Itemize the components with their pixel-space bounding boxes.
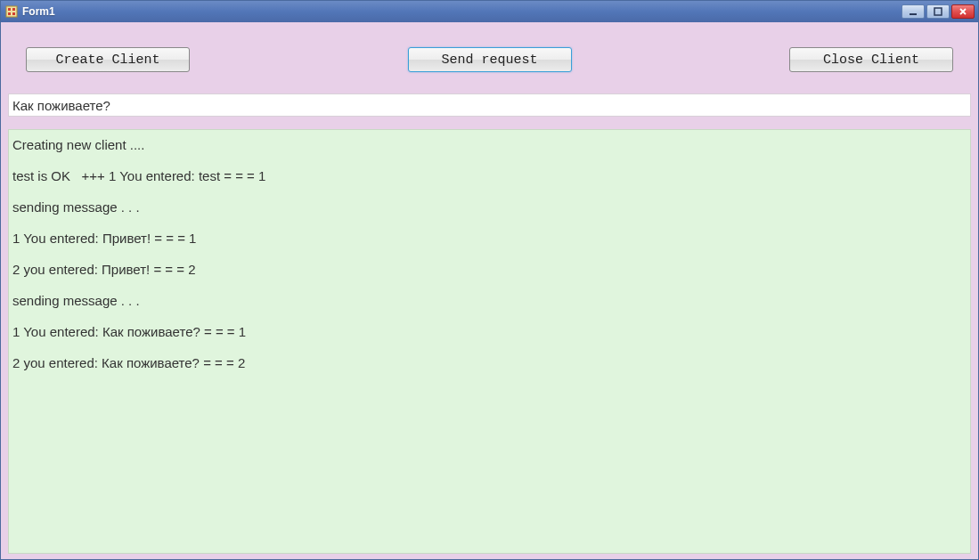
log-output[interactable]: Creating new client .... test is OK +++ …	[8, 129, 971, 554]
svg-rect-6	[934, 8, 942, 15]
close-client-button[interactable]: Close Client	[789, 47, 953, 72]
svg-rect-0	[6, 6, 17, 17]
svg-rect-4	[12, 12, 15, 15]
message-input[interactable]	[8, 93, 971, 117]
maximize-icon	[934, 7, 942, 16]
input-area	[8, 93, 971, 117]
svg-rect-1	[8, 8, 11, 11]
log-line: 1 You entered: Привет! = = = 1	[12, 229, 967, 248]
maximize-button[interactable]	[926, 4, 950, 19]
titlebar[interactable]: Form1	[1, 1, 978, 22]
svg-rect-2	[12, 8, 15, 11]
close-window-button[interactable]	[951, 4, 975, 19]
minimize-button[interactable]	[901, 4, 925, 19]
create-client-button[interactable]: Create Client	[26, 47, 190, 72]
log-line: test is OK +++ 1 You entered: test = = =…	[12, 166, 967, 185]
app-window: Form1 Create Client Send request Close C…	[0, 0, 979, 560]
log-line: Creating new client ....	[12, 135, 967, 154]
window-controls	[901, 4, 975, 19]
button-row: Create Client Send request Close Client	[8, 29, 971, 93]
close-icon	[959, 7, 967, 16]
log-line: 2 you entered: Привет! = = = 2	[12, 260, 967, 279]
svg-rect-3	[8, 12, 11, 15]
log-line: sending message . . .	[12, 291, 967, 310]
log-line: 1 You entered: Как поживаете? = = = 1	[12, 322, 967, 341]
window-title: Form1	[22, 5, 901, 18]
minimize-icon	[909, 7, 918, 16]
send-request-button[interactable]: Send request	[408, 47, 572, 72]
svg-rect-5	[910, 13, 917, 15]
log-line: 2 you entered: Как поживаете? = = = 2	[12, 353, 967, 372]
client-area: Create Client Send request Close Client …	[1, 22, 978, 559]
app-icon	[4, 4, 19, 19]
log-line: sending message . . .	[12, 198, 967, 216]
